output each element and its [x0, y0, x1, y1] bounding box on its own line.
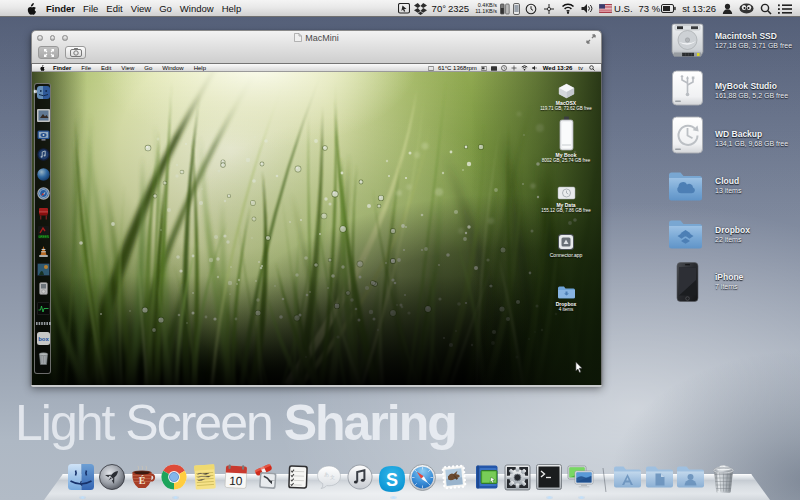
svg-text:10: 10 — [229, 496, 243, 500]
svg-text:あ: あ — [324, 471, 329, 478]
svg-text:文: 文 — [330, 474, 335, 480]
svg-text:S: S — [386, 470, 398, 490]
svg-text:GREEN: GREEN — [38, 235, 49, 239]
svg-text:É: É — [139, 475, 146, 486]
svg-text:10: 10 — [229, 474, 243, 489]
svg-text:box: box — [38, 336, 49, 342]
